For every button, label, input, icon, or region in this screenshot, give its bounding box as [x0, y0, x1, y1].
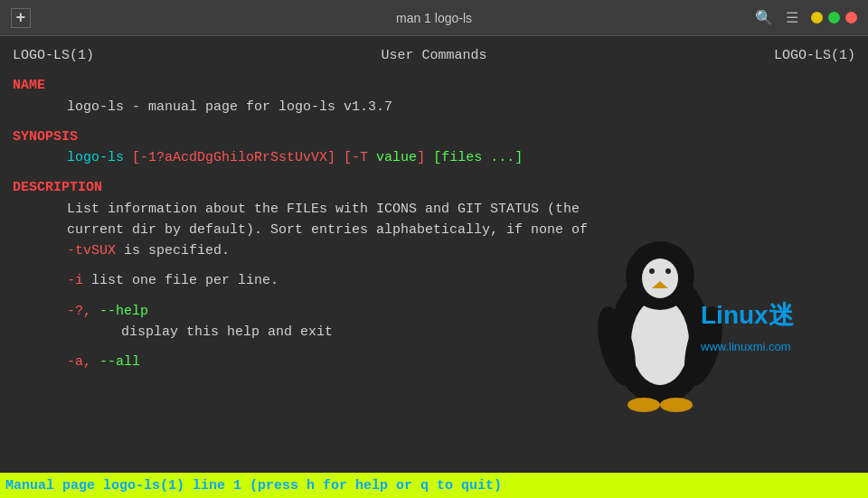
titlebar-left: + [11, 8, 31, 28]
name-content: logo-ls - manual page for logo-ls v1.3.7 [13, 97, 855, 117]
window-title: man 1 logo-ls [396, 11, 472, 25]
statusbar: Manual page logo-ls(1) line 1 (press h f… [0, 473, 868, 498]
header-right: LOGO-LS(1) [774, 45, 855, 66]
titlebar: + man 1 logo-ls 🔍 ☰ [0, 0, 868, 36]
name-section-label: NAME [13, 75, 855, 96]
terminal-area: LOGO-LS(1) User Commands LOGO-LS(1) NAME… [0, 36, 868, 473]
opt-i-line: -i list one file per line. [13, 270, 855, 291]
traffic-lights [811, 12, 857, 23]
svg-point-9 [627, 398, 660, 412]
header-left: LOGO-LS(1) [13, 45, 94, 66]
search-icon[interactable]: 🔍 [755, 9, 773, 27]
statusbar-text: Manual page logo-ls(1) line 1 (press h f… [5, 478, 502, 493]
desc-line1: List information about the FILEs with IC… [13, 199, 855, 220]
opt-help-desc-line: display this help and exit [13, 322, 855, 343]
titlebar-title: man 1 logo-ls [396, 11, 472, 25]
header-center: User Commands [381, 45, 486, 66]
opt-all-flags-line: -a, --all [13, 352, 855, 372]
desc-ref-line: -tvSUX is specified. [13, 240, 855, 261]
description-section-label: DESCRIPTION [13, 177, 855, 198]
close-button[interactable] [845, 12, 857, 23]
menu-icon[interactable]: ☰ [786, 9, 798, 27]
new-tab-button[interactable]: + [11, 8, 31, 28]
desc-line2: current dir by default). Sort entries al… [13, 220, 855, 240]
svg-point-10 [660, 398, 693, 412]
maximize-button[interactable] [828, 12, 840, 23]
synopsis-section-label: SYNOPSIS [13, 127, 855, 147]
minimize-button[interactable] [811, 12, 823, 23]
titlebar-right: 🔍 ☰ [755, 9, 857, 27]
man-header: LOGO-LS(1) User Commands LOGO-LS(1) [13, 45, 855, 66]
synopsis-line: logo-ls [-1?aAcdDgGhiloRrSstUvVX] [-T va… [13, 147, 855, 168]
opt-help-flags-line: -?, --help [13, 301, 855, 322]
